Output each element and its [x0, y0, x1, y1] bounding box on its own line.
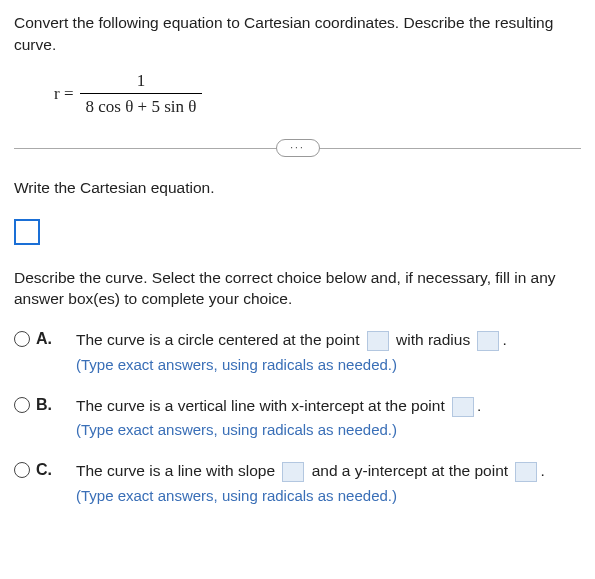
choice-b-post: .	[477, 397, 481, 414]
choice-b-text: The curve is a vertical line with x-inte…	[76, 394, 581, 444]
section-describe-heading: Describe the curve. Select the correct c…	[14, 267, 581, 310]
choice-a: A. The curve is a circle centered at the…	[14, 328, 581, 378]
choice-c-input-2[interactable]	[515, 462, 537, 482]
choice-c-label: C.	[36, 461, 52, 479]
choice-a-text: The curve is a circle centered at the po…	[76, 328, 581, 378]
divider: ···	[14, 137, 581, 159]
section-cartesian-heading: Write the Cartesian equation.	[14, 177, 581, 199]
equation-lhs: r =	[54, 84, 74, 104]
equation-numerator: 1	[129, 69, 154, 93]
equation-fraction: 1 8 cos θ + 5 sin θ	[80, 69, 203, 119]
cartesian-equation-input[interactable]	[14, 219, 40, 245]
choice-a-mid: with radius	[396, 331, 470, 348]
choice-b: B. The curve is a vertical line with x-i…	[14, 394, 581, 444]
choice-c: C. The curve is a line with slope and a …	[14, 459, 581, 509]
choice-c-pre: The curve is a line with slope	[76, 462, 275, 479]
choice-c-input-1[interactable]	[282, 462, 304, 482]
choice-b-radio[interactable]	[14, 397, 30, 413]
choice-c-post: .	[540, 462, 544, 479]
choice-b-hint: (Type exact answers, using radicals as n…	[76, 421, 397, 438]
choice-a-label: A.	[36, 330, 52, 348]
choice-a-post: .	[502, 331, 506, 348]
choice-c-mid: and a y-intercept at the point	[312, 462, 508, 479]
choice-a-hint: (Type exact answers, using radicals as n…	[76, 356, 397, 373]
question-prompt: Convert the following equation to Cartes…	[14, 12, 581, 57]
choice-a-radio[interactable]	[14, 331, 30, 347]
choice-c-radio[interactable]	[14, 462, 30, 478]
equation: r = 1 8 cos θ + 5 sin θ	[54, 69, 581, 119]
choice-a-input-1[interactable]	[367, 331, 389, 351]
choice-c-hint: (Type exact answers, using radicals as n…	[76, 487, 397, 504]
choice-a-pre: The curve is a circle centered at the po…	[76, 331, 359, 348]
choice-b-label: B.	[36, 396, 52, 414]
equation-denominator: 8 cos θ + 5 sin θ	[80, 94, 203, 119]
choice-c-text: The curve is a line with slope and a y-i…	[76, 459, 581, 509]
choices: A. The curve is a circle centered at the…	[14, 328, 581, 509]
choice-a-input-2[interactable]	[477, 331, 499, 351]
expand-button[interactable]: ···	[276, 139, 320, 157]
choice-b-pre: The curve is a vertical line with x-inte…	[76, 397, 445, 414]
choice-b-input-1[interactable]	[452, 397, 474, 417]
